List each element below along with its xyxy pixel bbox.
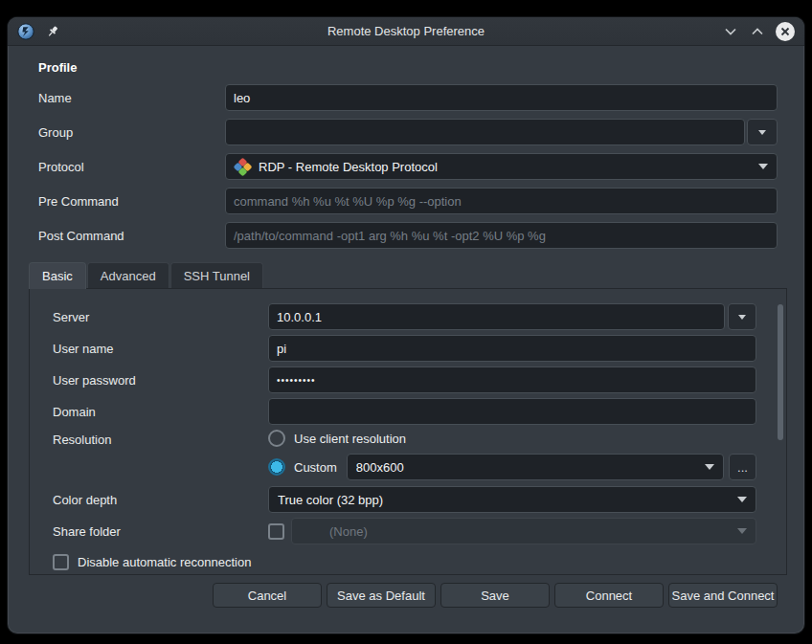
server-dropdown-button[interactable]: [728, 303, 756, 330]
post-command-label: Post Command: [38, 229, 225, 243]
share-folder-select: (None): [291, 518, 756, 544]
share-folder-checkbox[interactable]: [268, 523, 284, 540]
protocol-select[interactable]: RDP - Remote Desktop Protocol: [225, 153, 778, 180]
color-depth-label: Color depth: [53, 493, 268, 507]
group-dropdown-button[interactable]: [747, 119, 778, 145]
server-input[interactable]: [268, 303, 725, 330]
resolution-more-button[interactable]: ...: [729, 454, 756, 480]
domain-input[interactable]: [268, 398, 756, 425]
custom-resolution-label: Custom: [294, 460, 337, 475]
name-input[interactable]: [225, 84, 778, 111]
chevron-down-icon: [737, 528, 747, 534]
group-input[interactable]: [225, 119, 745, 145]
resolution-label: Resolution: [53, 430, 268, 447]
custom-resolution-option: Custom 800x600 ...: [268, 454, 756, 480]
tab-basic[interactable]: Basic: [29, 262, 86, 289]
color-depth-value: True color (32 bpp): [278, 493, 737, 507]
share-folder-label: Share folder: [53, 524, 268, 539]
save-and-connect-button[interactable]: Save and Connect: [668, 583, 778, 608]
unshade-button[interactable]: [749, 23, 766, 40]
chevron-down-icon: [758, 164, 768, 169]
remote-desktop-preference-dialog: Remote Desktop Preference Profile Name: [8, 17, 804, 633]
name-label: Name: [38, 91, 225, 105]
shade-button[interactable]: [722, 23, 739, 40]
disable-reconnect-row[interactable]: Disable automatic reconnection: [53, 554, 766, 570]
post-command-row: Post Command: [38, 222, 778, 249]
pre-command-label: Pre Command: [38, 194, 225, 209]
server-row: Server: [53, 303, 766, 330]
chevron-down-icon: [737, 497, 747, 502]
name-row: Name: [38, 84, 778, 111]
domain-label: Domain: [53, 405, 268, 419]
window-title: Remote Desktop Preference: [123, 24, 689, 38]
chevron-down-icon: [758, 130, 766, 135]
server-label: Server: [53, 310, 268, 324]
ellipsis-icon: ...: [737, 460, 748, 475]
chevron-down-icon: [738, 315, 746, 320]
group-label: Group: [38, 125, 225, 140]
protocol-value: RDP - Remote Desktop Protocol: [259, 160, 758, 174]
dialog-actions: Cancel Save as Default Save Connect Save…: [8, 575, 804, 608]
remmina-app-icon: [17, 23, 34, 40]
protocol-row: Protocol RDP - Remote Desktop Protocol: [38, 153, 778, 180]
tab-advanced[interactable]: Advanced: [87, 262, 169, 288]
custom-resolution-radio[interactable]: [268, 458, 285, 476]
custom-resolution-select[interactable]: 800x600: [347, 454, 724, 480]
use-client-resolution-option[interactable]: Use client resolution: [268, 430, 756, 447]
password-row: User password: [53, 366, 766, 393]
save-button[interactable]: Save: [440, 583, 550, 608]
pre-command-input[interactable]: [225, 188, 778, 214]
use-client-resolution-radio[interactable]: [268, 430, 285, 447]
group-row: Group: [38, 119, 778, 145]
share-folder-row: Share folder (None): [53, 518, 766, 544]
vertical-scrollbar[interactable]: [778, 304, 783, 440]
protocol-label: Protocol: [38, 160, 225, 174]
tab-ssh-tunnel[interactable]: SSH Tunnel: [170, 262, 263, 288]
custom-resolution-value: 800x600: [356, 460, 705, 475]
close-button[interactable]: [776, 22, 795, 41]
pin-icon[interactable]: [44, 23, 61, 40]
rdp-protocol-icon: [235, 159, 251, 175]
password-input[interactable]: [268, 366, 756, 393]
resolution-row: Resolution Use client resolution Custom …: [53, 430, 766, 480]
titlebar[interactable]: Remote Desktop Preference: [8, 17, 804, 46]
cancel-button[interactable]: Cancel: [213, 583, 322, 608]
domain-row: Domain: [53, 398, 766, 425]
color-depth-select[interactable]: True color (32 bpp): [268, 486, 756, 513]
settings-tabs: Basic Advanced SSH Tunnel: [29, 262, 804, 288]
post-command-input[interactable]: [225, 222, 778, 249]
save-as-default-button[interactable]: Save as Default: [327, 583, 436, 608]
username-row: User name: [53, 335, 766, 362]
connect-button[interactable]: Connect: [554, 583, 664, 608]
username-label: User name: [53, 342, 268, 356]
disable-reconnect-label: Disable automatic reconnection: [78, 555, 251, 569]
password-label: User password: [53, 373, 268, 388]
basic-tab-panel: Server User name User password Domain: [29, 288, 787, 575]
disable-reconnect-checkbox[interactable]: [53, 554, 69, 570]
share-folder-value: (None): [301, 524, 737, 539]
pre-command-row: Pre Command: [38, 188, 778, 214]
color-depth-row: Color depth True color (32 bpp): [53, 486, 766, 513]
chevron-down-icon: [705, 464, 714, 470]
username-input[interactable]: [268, 335, 756, 362]
use-client-resolution-label: Use client resolution: [294, 432, 406, 446]
profile-heading: Profile: [38, 60, 778, 75]
